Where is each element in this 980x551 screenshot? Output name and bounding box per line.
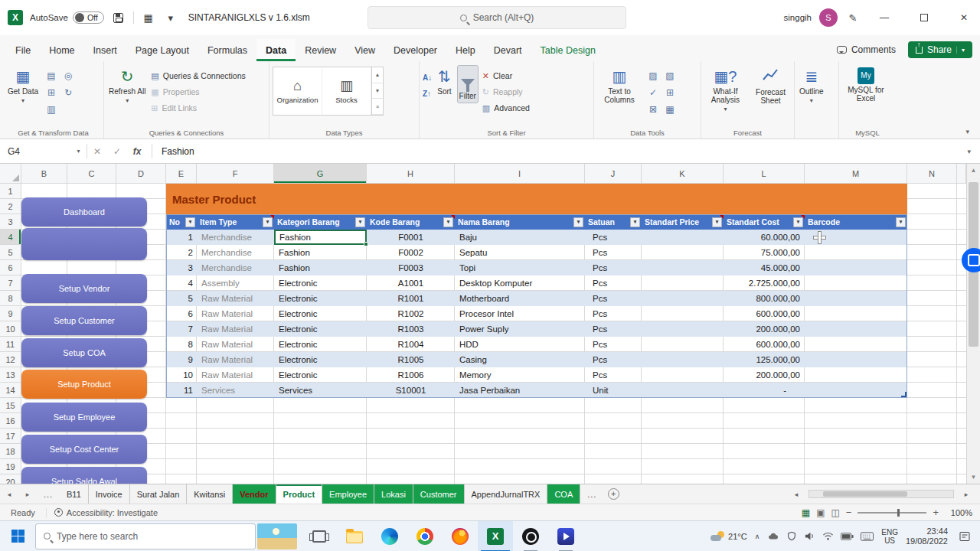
sort-ascending-button[interactable]: A↓ <box>423 71 432 85</box>
obs-icon[interactable] <box>513 521 548 551</box>
ribbon-tab-data[interactable]: Data <box>256 39 296 61</box>
titlebar-search[interactable]: Search (Alt+Q) <box>368 6 626 29</box>
shield-icon[interactable] <box>786 531 797 542</box>
ribbon-tab-review[interactable]: Review <box>296 39 345 61</box>
filter-dropdown-button[interactable]: ▾ <box>630 217 640 227</box>
cell-kode[interactable]: F0003 <box>367 260 455 276</box>
cell-kategori[interactable]: Fashion <box>274 245 367 260</box>
cell-price[interactable] <box>642 352 724 367</box>
cell-kategori[interactable]: Electronic <box>274 306 367 321</box>
cell-item_type[interactable]: Assembly <box>197 276 274 291</box>
vertical-scrollbar[interactable]: ▲ ▼ <box>966 164 980 484</box>
row-header-17[interactable]: 17 <box>0 429 21 444</box>
cell-cost[interactable]: 45.000,00 <box>724 260 805 276</box>
share-button[interactable]: Share ▾ <box>908 41 972 58</box>
cell-kategori[interactable]: Electronic <box>274 276 367 291</box>
expand-formula-bar-icon[interactable]: ▾ <box>967 148 980 155</box>
column-header-M[interactable]: M <box>805 164 907 184</box>
clock[interactable]: 23:4419/08/2022 <box>906 527 948 546</box>
column-header-J[interactable]: J <box>585 164 642 184</box>
cell-kategori[interactable]: Electronic <box>274 352 367 367</box>
sidebar-button-dashboard[interactable]: Dashboard <box>21 197 147 227</box>
get-data-button[interactable]: ▦ Get Data▾ <box>6 65 40 107</box>
previous-sheet-icon[interactable]: ◂ <box>0 484 18 504</box>
horizontal-scroll-track[interactable] <box>808 490 954 498</box>
cell-satuan[interactable]: Pcs <box>585 276 642 291</box>
advanced-filter-button[interactable]: ▥Advanced <box>482 101 530 115</box>
data-validation-icon[interactable]: ✓ <box>645 85 661 100</box>
cell-satuan[interactable]: Pcs <box>585 245 642 260</box>
cell-item_type[interactable]: Merchandise <box>197 245 274 260</box>
cell-no[interactable]: 8 <box>166 337 197 352</box>
ribbon-tab-page-layout[interactable]: Page Layout <box>126 39 198 61</box>
cell-satuan[interactable]: Pcs <box>585 230 642 245</box>
cell-price[interactable] <box>642 291 724 306</box>
cell-item_type[interactable]: Raw Material <box>197 321 274 337</box>
cell-no[interactable]: 2 <box>166 245 197 260</box>
name-box[interactable]: G4 <box>0 139 70 163</box>
start-button[interactable] <box>0 521 35 551</box>
zoom-out-icon[interactable]: − <box>846 507 852 518</box>
zoom-slider-thumb[interactable] <box>897 509 900 517</box>
filter-button[interactable]: Filter <box>457 65 479 103</box>
onedrive-icon[interactable] <box>767 530 779 543</box>
row-header-15[interactable]: 15 <box>0 398 21 413</box>
row-header-11[interactable]: 11 <box>0 337 21 352</box>
media-player-icon[interactable] <box>548 521 583 551</box>
cell-kode[interactable]: F0001 <box>367 230 455 245</box>
cell-nama[interactable]: Desktop Komputer <box>455 276 585 291</box>
cell-cost[interactable]: 125.000,00 <box>724 352 805 367</box>
filter-dropdown-button[interactable]: ▾ <box>573 217 583 227</box>
row-header-8[interactable]: 8 <box>0 291 21 306</box>
close-button[interactable]: ✕ <box>948 0 980 35</box>
sheet-tab-coa[interactable]: COA <box>547 484 580 504</box>
gallery-more-icon[interactable]: ≡ <box>372 99 383 115</box>
cell-cost[interactable]: 75.000,00 <box>724 245 805 260</box>
cell-nama[interactable]: Memory <box>455 367 585 383</box>
sidebar-button-setup-cost-center[interactable]: Setup Cost Center <box>21 435 147 464</box>
sort-button[interactable]: ⇅ Sort <box>436 65 452 98</box>
row-header-12[interactable]: 12 <box>0 352 21 367</box>
row-header-3[interactable]: 3 <box>0 214 21 230</box>
cell-barcode[interactable] <box>805 367 907 383</box>
cell-kode[interactable]: R1003 <box>367 321 455 337</box>
relationships-icon[interactable]: ⊠ <box>645 102 661 117</box>
row-header-1[interactable]: 1 <box>0 184 21 199</box>
column-header-G[interactable]: G <box>274 164 367 184</box>
cell-price[interactable] <box>642 276 724 291</box>
column-header-L[interactable]: L <box>724 164 805 184</box>
ribbon-tab-devart[interactable]: Devart <box>485 39 531 61</box>
horizontal-scrollbar[interactable]: ◂ ▸ <box>787 484 980 504</box>
clear-filter-button[interactable]: ✕Clear <box>482 69 530 83</box>
cell-barcode[interactable] <box>805 352 907 367</box>
filter-dropdown-button[interactable]: ▾ <box>185 217 195 227</box>
column-header-F[interactable]: F <box>197 164 274 184</box>
column-header-C[interactable]: C <box>67 164 116 184</box>
ribbon-tab-view[interactable]: View <box>345 39 384 61</box>
cell-item_type[interactable]: Services <box>197 383 274 398</box>
page-break-view-icon[interactable]: ◫ <box>831 507 839 518</box>
cell-cost[interactable]: 200.000,00 <box>724 367 805 383</box>
text-to-columns-button[interactable]: ▥ Text to Columns <box>597 65 642 106</box>
taskbar-search[interactable]: Type here to search <box>35 523 256 549</box>
table-resize-handle[interactable] <box>901 392 906 397</box>
cell-price[interactable] <box>642 337 724 352</box>
row-header-4[interactable]: 4 <box>0 230 21 245</box>
cell-no[interactable]: 9 <box>166 352 197 367</box>
cell-kategori[interactable]: Electronic <box>274 337 367 352</box>
selected-cell[interactable]: Fashion <box>274 230 367 245</box>
cell-nama[interactable]: Sepatu <box>455 245 585 260</box>
sheet-tab-employee[interactable]: Employee <box>322 484 374 504</box>
sidebar-button-setup-vendor[interactable]: Setup Vendor <box>21 274 147 303</box>
ribbon-tab-formulas[interactable]: Formulas <box>198 39 256 61</box>
remove-duplicates-icon[interactable]: ▧ <box>662 68 678 83</box>
row-header-20[interactable]: 20 <box>0 474 21 484</box>
ribbon-tab-insert[interactable]: Insert <box>84 39 126 61</box>
language-indicator[interactable]: ENGUS <box>881 528 898 545</box>
save-icon[interactable] <box>111 10 126 25</box>
cell-price[interactable] <box>642 367 724 383</box>
sidebar-button-setup-customer[interactable]: Setup Customer <box>21 306 147 335</box>
sort-descending-button[interactable]: Z↑ <box>423 87 432 101</box>
autosave-control[interactable]: AutoSave Off <box>30 11 104 24</box>
minimize-button[interactable]: — <box>868 0 900 35</box>
